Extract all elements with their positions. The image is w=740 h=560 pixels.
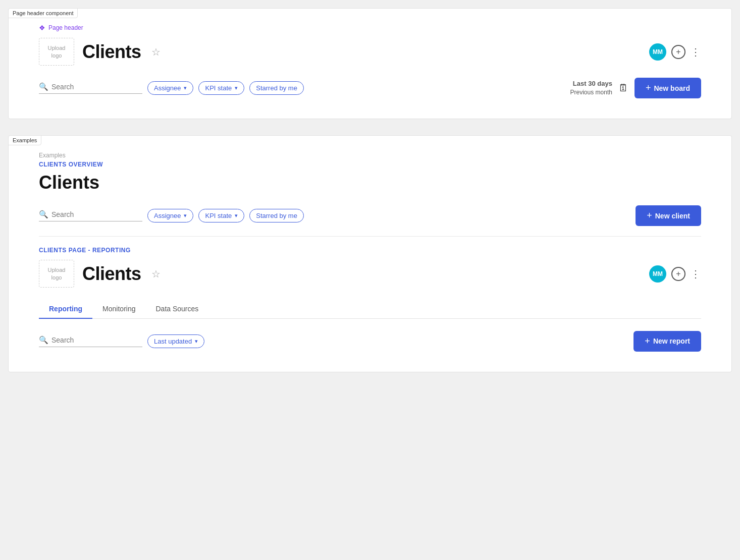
new-client-button[interactable]: + New client [636, 205, 701, 226]
diamond-icon: ❖ [39, 24, 45, 32]
clients-overview-search-input[interactable] [51, 210, 142, 218]
page-title: Clients [82, 41, 141, 63]
clients-overview-assignee-filter[interactable]: Assignee ▾ [147, 209, 193, 222]
chevron-down-icon: ▾ [195, 338, 198, 345]
search-icon: 🔍 [39, 82, 48, 91]
page-header-component-section: Page header component ❖ Page header Uplo… [8, 8, 732, 119]
breadcrumb: Examples [39, 152, 701, 159]
reporting-star-icon[interactable]: ☆ [151, 268, 161, 280]
add-user-button[interactable]: + [671, 45, 685, 59]
clients-overview-kpi-filter[interactable]: KPI state ▾ [198, 209, 244, 222]
reporting-section-label: CLIENTS PAGE - REPORTING [39, 247, 701, 254]
section-label-examples: Examples [8, 135, 41, 145]
more-options-icon[interactable]: ⋮ [691, 46, 701, 58]
filters-row: 🔍 Assignee ▾ KPI state ▾ Starred by me L… [39, 78, 701, 98]
chevron-down-icon: ▾ [235, 85, 238, 91]
search-icon: 🔍 [39, 335, 48, 345]
reporting-header-row: Upload logo Clients ☆ MM + ⋮ [39, 260, 701, 288]
filters-right: Last 30 days Previous month 🗓 + New boar… [570, 78, 701, 98]
clients-page-reporting-subsection: CLIENTS PAGE - REPORTING Upload logo Cli… [39, 247, 701, 352]
reporting-filters-right: + New report [633, 331, 701, 352]
starred-by-me-filter[interactable]: Starred by me [249, 81, 304, 95]
tab-monitoring[interactable]: Monitoring [92, 300, 145, 319]
new-board-button[interactable]: + New board [635, 78, 701, 98]
clients-overview-search-wrapper: 🔍 [39, 210, 142, 221]
star-icon[interactable]: ☆ [151, 46, 161, 58]
reporting-upload-logo-button[interactable]: Upload logo [39, 260, 74, 288]
clients-overview-subtitle: CLIENTS OVERVIEW [39, 161, 701, 168]
plus-icon: + [646, 83, 651, 93]
search-input[interactable] [51, 83, 142, 91]
reporting-header-left: Upload logo Clients ☆ [39, 260, 161, 288]
upload-logo-button[interactable]: Upload logo [39, 38, 74, 66]
chevron-down-icon: ▾ [184, 212, 187, 219]
kpi-state-filter[interactable]: KPI state ▾ [198, 81, 244, 95]
clients-overview-filters-right: + New client [636, 205, 701, 226]
reporting-search-input[interactable] [51, 336, 142, 344]
examples-section: Examples Examples CLIENTS OVERVIEW Clien… [8, 135, 732, 372]
search-wrapper: 🔍 [39, 82, 142, 94]
tabs-row: Reporting Monitoring Data Sources [39, 300, 701, 319]
clients-overview-subsection: Examples CLIENTS OVERVIEW Clients 🔍 Assi… [39, 152, 701, 226]
reporting-page-title: Clients [82, 263, 141, 285]
plus-icon: + [647, 210, 652, 221]
assignee-filter[interactable]: Assignee ▾ [147, 81, 193, 95]
chevron-down-icon: ▾ [184, 85, 187, 91]
reporting-search-wrapper: 🔍 [39, 335, 142, 347]
tab-data-sources[interactable]: Data Sources [145, 300, 208, 319]
header-right: MM + ⋮ [649, 43, 701, 61]
section-label-page-header: Page header component [8, 8, 78, 18]
component-label-text: Page header [48, 24, 83, 31]
section-divider [39, 236, 701, 237]
header-row: Upload logo Clients ☆ MM + ⋮ [39, 38, 701, 66]
tab-reporting[interactable]: Reporting [39, 300, 92, 319]
plus-icon: + [645, 336, 650, 347]
calendar-icon[interactable]: 🗓 [618, 82, 628, 94]
clients-overview-title: Clients [39, 172, 701, 193]
reporting-header-right: MM + ⋮ [649, 265, 701, 283]
date-range: Last 30 days Previous month [570, 79, 612, 97]
reporting-add-user-button[interactable]: + [671, 267, 685, 281]
reporting-more-options-icon[interactable]: ⋮ [691, 268, 701, 280]
chevron-down-icon: ▾ [235, 212, 238, 219]
new-report-button[interactable]: + New report [633, 331, 701, 352]
clients-overview-filters-row: 🔍 Assignee ▾ KPI state ▾ Starred by me + [39, 205, 701, 226]
component-label: ❖ Page header [39, 24, 701, 32]
avatar: MM [649, 43, 666, 61]
header-left: Upload logo Clients ☆ [39, 38, 161, 66]
reporting-filters-row: 🔍 Last updated ▾ + New report [39, 331, 701, 352]
clients-overview-starred-filter[interactable]: Starred by me [249, 209, 304, 222]
last-updated-filter[interactable]: Last updated ▾ [147, 334, 204, 348]
reporting-avatar: MM [649, 265, 666, 283]
search-icon: 🔍 [39, 210, 48, 219]
